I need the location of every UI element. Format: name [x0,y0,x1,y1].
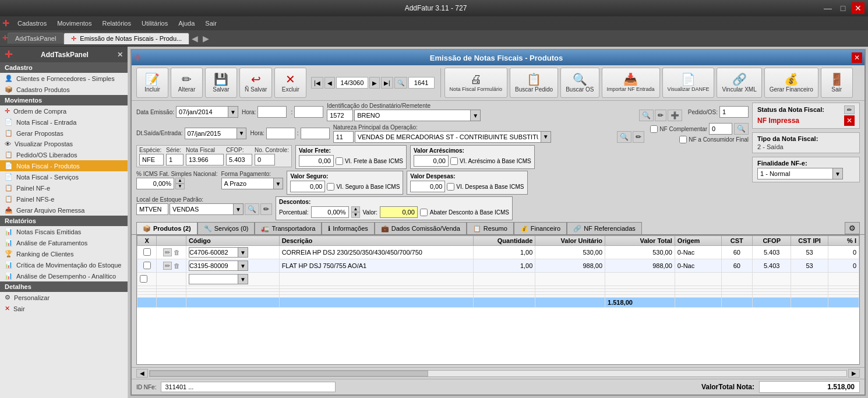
hscroll-right-btn[interactable]: ▶ [848,369,860,378]
sidebar-item-clientes[interactable]: 👤 Clientes e Fornecedores - Simples [0,73,128,84]
importar-nf-btn[interactable]: 📥 Importar NF Entrada [602,68,660,98]
hora2-input[interactable] [266,128,295,139]
nf-complementar-search-btn[interactable]: 🔍 [734,123,749,135]
icms-input[interactable] [136,178,174,189]
vincular-xml-btn[interactable]: 🔗 Vincular XML [717,68,761,98]
finalidade-arrow[interactable]: ▼ [833,168,843,179]
especie-input[interactable] [139,154,164,165]
sidebar-item-gerar-propostas[interactable]: 📋 Gerar Propostas [0,128,128,139]
finalidade-input[interactable] [757,168,833,179]
local-estoque-search-btn[interactable]: 🔍 [245,203,259,215]
salvar-btn[interactable]: 💾 Salvar [205,68,237,98]
sidebar-item-analise-desemp[interactable]: 📊 Análise de Desempenho - Analítico [0,270,128,281]
table-settings-btn[interactable]: ⚙ [845,222,860,234]
sidebar-item-gerar-remessa[interactable]: 📤 Gerar Arquivo Remessa [0,205,128,216]
porcentual-down-btn[interactable]: ▼ [351,212,361,218]
nf-consumidor-check[interactable] [679,136,687,143]
sidebar-item-ranking[interactable]: 🏆 Ranking de Clientes [0,248,128,259]
dest-edit-btn[interactable]: ✏ [655,110,666,121]
row1-check[interactable] [143,248,151,256]
visualizar-danfe-btn[interactable]: 📄 Visualizar DANFE [662,68,715,98]
sidebar-item-painel-nfse[interactable]: 📋 Painel NFS-e [0,193,128,205]
row1-delete-btn[interactable]: 🗑 [174,249,180,256]
row1-codigo-arrow[interactable]: ▼ [238,247,248,258]
row2-codigo-input[interactable] [189,260,238,271]
sidebar-item-nf-emitidas[interactable]: 📊 Notas Fiscais Emitidas [0,226,128,237]
nav-current-input[interactable] [336,77,368,89]
status-clear-btn[interactable]: ✕ [844,115,855,126]
sidebar-item-cadastro-produtos[interactable]: 📦 Cadastro Produtos [0,84,128,95]
tab-dados-comissao[interactable]: 💼 Dados Comissão/Venda [375,222,467,234]
row1-codigo-input[interactable] [189,247,238,258]
porcentual-input[interactable] [311,206,349,218]
hora-min-input[interactable] [294,106,323,118]
dt-saida-input[interactable] [185,128,237,139]
local-estoque-code-input[interactable] [136,203,168,215]
id-nfe-input[interactable] [161,382,336,392]
menu-utilitarios[interactable]: Utilitários [137,19,172,28]
sidebar-item-nf-entrada[interactable]: 📄 Nota Fiscal - Entrada [0,117,128,128]
row2-edit-btn[interactable]: ✏ [163,262,172,270]
abater-desconto-check[interactable] [420,209,428,216]
nav-prev-btn[interactable]: ◀ [324,77,335,89]
data-emissao-input[interactable] [176,106,228,118]
buscar-pedido-btn[interactable]: 📋 Buscar Pedido [510,68,558,98]
nota-fiscal-input[interactable] [186,154,224,165]
excluir-btn[interactable]: ✕ Excluir [274,68,306,98]
nf-complementar-input[interactable] [709,123,732,135]
sidebar-item-nf-servicos[interactable]: 📄 Nota Fiscal - Serviços [0,171,128,182]
valor-acrescimos-input[interactable] [414,155,449,167]
dest-add-btn[interactable]: ➕ [668,110,682,121]
local-estoque-edit-btn[interactable]: ✏ [260,203,272,215]
sidebar-item-critica[interactable]: 📊 Crítica de Movimentação do Estoque [0,259,128,270]
close-btn[interactable]: ✕ [852,2,865,14]
pedido-os-input[interactable] [719,106,749,118]
menu-movimentos[interactable]: Movimentos [52,19,96,28]
sidebar-item-personalizar[interactable]: ⚙ Personalizar [0,292,128,303]
nota-fiscal-btn[interactable]: 🖨 Nota Fiscal Formulário [444,68,508,98]
hora2-min-input[interactable] [301,128,330,139]
menu-cadastros[interactable]: Cadastros [13,19,51,28]
vi-despesa-check[interactable] [447,183,454,191]
tab-resumo[interactable]: 📋 Resumo [467,222,514,234]
tab-nf-referenciadas[interactable]: 🔗 NF Referenciadas [567,222,642,234]
status-edit-btn[interactable]: ✏ [844,105,855,114]
natureza-value-input[interactable] [355,131,541,143]
tab-emissao[interactable]: ✛ Emissão de Notas Fiscais - Produ... [63,33,189,44]
nf-complementar-check[interactable] [650,125,658,133]
sidebar-item-ordem-compra[interactable]: ✛ Ordem de Compra [0,105,128,117]
icms-up-btn[interactable]: ▲ [175,178,185,184]
tab-addtask[interactable]: AddTaskPanel [8,33,63,44]
data-emissao-arrow[interactable]: ▼ [228,106,238,118]
menu-sair[interactable]: Sair [200,19,221,28]
porcentual-up-btn[interactable]: ▲ [351,206,361,212]
natureza-arrow[interactable]: ▼ [541,131,551,143]
tab-servicos[interactable]: 🔧 Serviços (0) [197,222,255,234]
row1-edit-btn[interactable]: ✏ [163,248,172,256]
sidebar-item-pedido-os[interactable]: 📋 Pedido/OS Liberados [0,149,128,160]
natureza-edit-btn[interactable]: ✏ [633,131,644,143]
serie-input[interactable] [166,154,184,165]
vi-acrescimo-check[interactable] [450,157,458,165]
dest-code-input[interactable] [327,110,353,121]
tab-financeiro[interactable]: 💰 Financeiro [514,222,567,234]
valor-despesas-input[interactable] [410,181,445,192]
sidebar-close-btn[interactable]: ✕ [117,51,123,59]
nav-first-btn[interactable]: |◀ [311,77,323,89]
inner-close-btn[interactable]: ✕ [852,52,862,63]
nav-search-btn[interactable]: 🔍 [394,77,407,89]
n-salvar-btn[interactable]: ↩ Ñ Salvar [239,68,272,98]
nav-last-btn[interactable]: ▶| [381,77,393,89]
sidebar-item-painel-nfe[interactable]: 📋 Painel NF-e [0,182,128,193]
nav-next-btn[interactable]: ▶ [369,77,380,89]
valor-total-input[interactable] [759,381,860,393]
alterar-btn[interactable]: ✏ Alterar [171,68,203,98]
row3-arrow[interactable]: ▼ [238,274,248,284]
no-controle-input[interactable] [255,154,275,165]
sidebar-item-visualizar-propostas[interactable]: 👁 Visualizar Propostas [0,139,128,149]
forma-pagamento-input[interactable] [221,178,274,189]
sidebar-item-sair[interactable]: ✕ Sair [0,303,128,314]
valor-desconto-input[interactable] [380,206,418,218]
natureza-search-btn[interactable]: 🔍 [617,131,631,143]
menu-ajuda[interactable]: Ajuda [174,19,199,28]
